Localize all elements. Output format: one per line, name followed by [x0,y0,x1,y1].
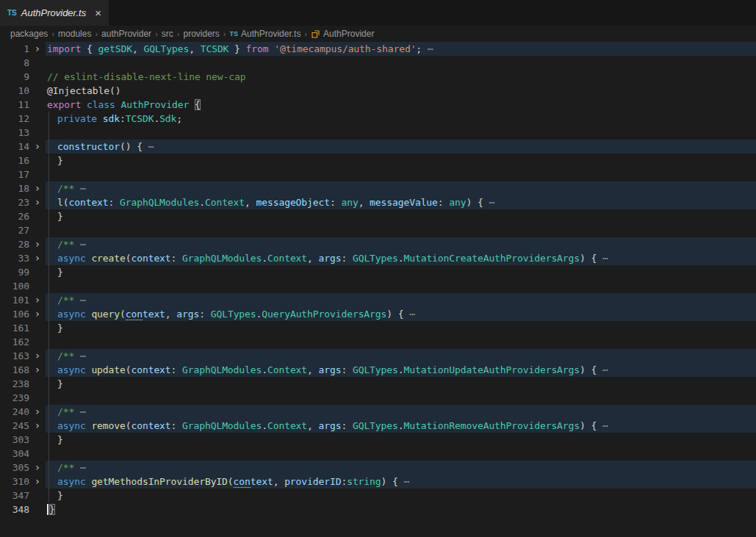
code-line[interactable]: 18›/** ⋯ [0,181,756,195]
fold-gutter [29,70,46,84]
tab-authprovider[interactable]: TS AuthProvider.ts × [0,0,109,26]
fold-chevron-icon[interactable]: › [29,237,46,251]
close-icon[interactable]: × [95,7,101,18]
fold-chevron-icon[interactable]: › [29,363,46,377]
fold-chevron-icon[interactable]: › [29,140,46,154]
code-token: , [165,309,176,320]
code-line[interactable]: 106›async query(context, args: GQLTypes.… [0,307,756,321]
code-token: } [57,155,63,166]
code-token: string [347,476,381,487]
code-line[interactable]: 305›/** ⋯ [0,461,756,475]
code-line[interactable]: 14›constructor() { ⋯ [0,140,756,154]
breadcrumb-separator-icon: › [95,29,98,38]
code-line[interactable]: 99} [0,265,756,279]
breadcrumb-separator-icon: › [51,29,54,38]
code-line[interactable]: 12private sdk:TCSDK.Sdk; [0,112,756,126]
code-line[interactable]: 11export class AuthProvider { [0,98,756,112]
code-token: TCSDK [201,43,229,54]
line-number: 11 [0,98,29,112]
code-line[interactable]: 28›/** ⋯ [0,237,756,251]
breadcrumb-item[interactable]: providers [183,29,219,39]
code-token: args [319,420,342,431]
tab-bar: TS AuthProvider.ts × [0,0,756,26]
code-line[interactable]: 26} [0,209,756,223]
code-line[interactable]: 33›async create(context: GraphQLModules.… [0,251,756,265]
code-token: ⋯ [80,462,86,473]
typescript-icon: TS [7,9,17,17]
code-token: getMethodsInProviderByID [91,476,227,487]
code-token: GQLTypes [211,309,256,320]
code-line[interactable]: 168›async update(context: GraphQLModules… [0,363,756,377]
breadcrumb-item[interactable]: TS AuthProvider.ts [230,29,301,39]
code-line[interactable]: 245›async remove(context: GraphQLModules… [0,419,756,433]
fold-chevron-icon[interactable]: › [29,419,46,433]
code-token: . [262,420,267,431]
fold-chevron-icon[interactable]: › [29,475,46,489]
fold-chevron-icon[interactable]: › [29,195,46,209]
fold-chevron-icon[interactable]: › [29,251,46,265]
code-line[interactable]: 17 [0,167,756,181]
breadcrumb-item[interactable]: AuthProvider [311,29,374,39]
fold-gutter [29,167,46,181]
code-token: , [273,476,284,487]
code-line[interactable]: 303} [0,433,756,447]
code-line[interactable]: 162 [0,335,756,349]
code-token: any [449,197,466,208]
fold-chevron-icon[interactable]: › [29,293,46,307]
code-line[interactable]: 240›/** ⋯ [0,405,756,419]
code-line[interactable]: 347} [0,489,756,502]
code-token: getSDK [98,43,132,54]
fold-chevron-icon[interactable]: › [29,307,46,321]
code-line[interactable]: 163›/** ⋯ [0,349,756,363]
code-line[interactable]: 238} [0,377,756,391]
code-line[interactable]: 100 [0,279,756,293]
fold-chevron-icon[interactable]: › [29,181,46,195]
code-token: @Injectable() [47,85,120,96]
fold-chevron-icon[interactable]: › [29,42,46,56]
breadcrumb-item[interactable]: authProvider [101,29,151,39]
code-editor[interactable]: 1›import { getSDK, GQLTypes, TCSDK } fro… [0,42,756,516]
line-number: 17 [0,167,29,181]
code-line[interactable]: 348} [0,502,756,516]
code-line[interactable]: 8 [0,56,756,70]
code-token: , [245,197,256,208]
code-token: : [330,197,341,208]
code-token: Context [267,420,307,431]
fold-gutter [29,209,46,223]
code-token: GQLTypes [353,364,398,375]
code-line[interactable]: 16} [0,154,756,167]
code-line[interactable]: 23›l(context: GraphQLModules.Context, me… [0,195,756,209]
fold-chevron-icon[interactable]: › [29,405,46,419]
line-number: 9 [0,70,29,84]
code-token: any [341,197,358,208]
code-token: export [47,99,81,110]
code-token [189,99,195,110]
code-token: ⋯ [80,183,86,194]
code-token: Sdk [159,113,176,124]
code-line[interactable]: 1›import { getSDK, GQLTypes, TCSDK } fro… [0,42,756,56]
code-line[interactable]: 13 [0,126,756,140]
code-content: @Injectable() [46,84,756,98]
code-line[interactable]: 9// eslint-disable-next-line new-cap [0,70,756,84]
code-token: GQLTypes [143,43,189,54]
code-line[interactable]: 27 [0,223,756,237]
breadcrumb-item[interactable]: packages [10,29,48,39]
code-token: , [132,43,143,54]
breadcrumb-item[interactable]: src [162,29,173,39]
code-line[interactable]: 304 [0,447,756,461]
code-token: sdk [103,113,120,124]
code-line[interactable]: 310›async getMethodsInProviderByID(conte… [0,475,756,489]
code-line[interactable]: 239 [0,391,756,405]
code-line[interactable]: 10@Injectable() [0,84,756,98]
fold-chevron-icon[interactable]: › [29,349,46,363]
code-token: constructor [57,141,120,152]
line-number: 245 [0,419,29,433]
code-line[interactable]: 101›/** ⋯ [0,293,756,307]
code-content: } [46,209,756,223]
code-token: // eslint-disable-next-line new-cap [47,71,245,82]
breadcrumb-item[interactable]: modules [58,29,91,39]
code-line[interactable]: 161} [0,321,756,335]
code-content [46,126,756,140]
code-token: /** [57,462,80,473]
fold-chevron-icon[interactable]: › [29,461,46,475]
